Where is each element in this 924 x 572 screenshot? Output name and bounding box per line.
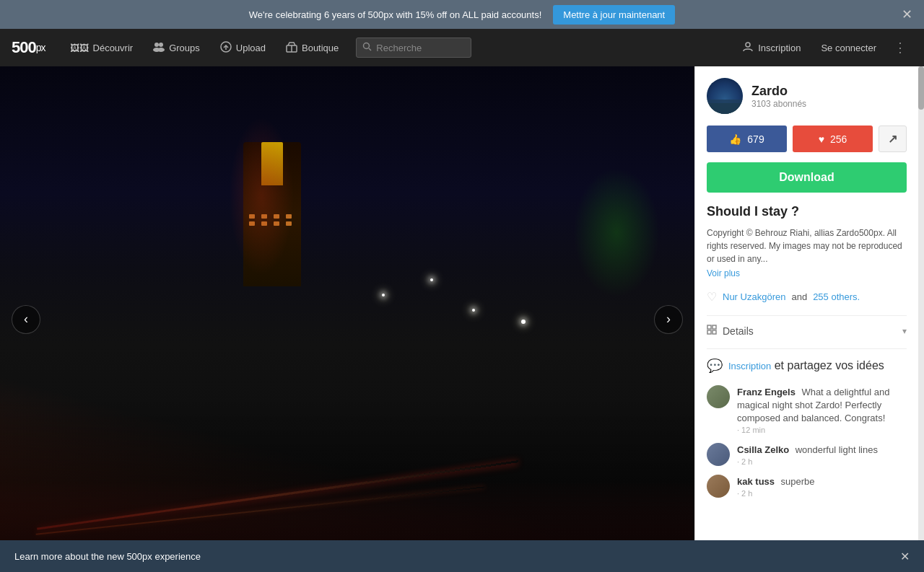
comment-content-2: kak tuss superbe · 2 h bbox=[737, 475, 907, 498]
nav-item-boutique[interactable]: Boutique bbox=[276, 29, 349, 66]
nav-boutique-label: Boutique bbox=[302, 43, 339, 53]
author-name[interactable]: Zardo bbox=[751, 84, 806, 99]
scrollbar[interactable] bbox=[918, 66, 924, 572]
comment-author-1[interactable]: Csilla Zelko bbox=[737, 444, 789, 455]
star-2 bbox=[430, 278, 433, 281]
heart-icon: ♥ bbox=[819, 133, 824, 145]
followers-count: 3103 abonnés bbox=[751, 99, 806, 109]
more-options-icon[interactable]: ⋮ bbox=[888, 40, 912, 56]
comment-inscription-link[interactable]: Inscription bbox=[728, 361, 771, 371]
likes-heart-icon: ♡ bbox=[707, 290, 717, 304]
commenter-avatar-0[interactable] bbox=[707, 385, 730, 408]
nav-item-upload[interactable]: Upload bbox=[210, 29, 276, 66]
others-likes-link[interactable]: 255 others. bbox=[813, 291, 860, 302]
like-button[interactable]: 👍 679 bbox=[707, 126, 787, 152]
prev-photo-button[interactable]: ‹ bbox=[12, 305, 40, 334]
star-3 bbox=[472, 309, 475, 312]
star-1 bbox=[382, 294, 385, 296]
star-4 bbox=[521, 320, 526, 324]
commenter-avatar-1[interactable] bbox=[707, 443, 730, 466]
search-input[interactable] bbox=[376, 43, 465, 53]
share-icon: ↗ bbox=[888, 132, 897, 146]
nav-right: Inscription Se connecter ⋮ bbox=[733, 29, 912, 66]
author-avatar[interactable] bbox=[707, 78, 743, 114]
banner-close-icon[interactable]: ✕ bbox=[902, 6, 912, 22]
next-icon: › bbox=[666, 312, 671, 327]
svg-rect-14 bbox=[712, 330, 716, 334]
comment-item: Csilla Zelko wonderful light lines · 2 h bbox=[707, 443, 907, 466]
details-label-group: Details bbox=[707, 325, 754, 337]
sidebar-inner: Zardo 3103 abonnés 👍 679 ♥ 256 ↗ bbox=[695, 66, 918, 509]
comment-input-area: 💬 Inscription et partagez vos idées bbox=[707, 348, 907, 374]
details-header[interactable]: Details ▾ bbox=[707, 325, 907, 337]
building-glow bbox=[229, 117, 294, 276]
first-liker[interactable]: Nur Uzakgören bbox=[723, 291, 785, 302]
bottom-bar: Learn more about the new 500px experienc… bbox=[0, 540, 924, 572]
profile-info: Zardo 3103 abonnés bbox=[751, 84, 806, 109]
heart-button[interactable]: ♥ 256 bbox=[793, 126, 873, 152]
inscription-button[interactable]: Inscription bbox=[733, 29, 809, 66]
user-icon bbox=[742, 41, 754, 55]
top-banner: We're celebrating 6 years of 500px with … bbox=[0, 0, 924, 29]
logo[interactable]: 500px bbox=[12, 38, 45, 57]
copyright-text: Copyright © Behrouz Riahi, allias Zardo5… bbox=[707, 226, 907, 265]
likes-and-text: and bbox=[791, 291, 807, 302]
nav-groups-label: Groups bbox=[169, 43, 200, 53]
search-icon bbox=[362, 41, 372, 54]
comment-author-0[interactable]: Franz Engels bbox=[737, 387, 796, 397]
prev-icon: ‹ bbox=[24, 312, 28, 327]
details-text: Details bbox=[723, 325, 754, 337]
banner-message: We're celebrating 6 years of 500px with … bbox=[249, 9, 542, 20]
discover-icon: 🖼 bbox=[70, 43, 89, 53]
svg-rect-11 bbox=[707, 325, 711, 329]
inscription-label: Inscription bbox=[758, 43, 801, 53]
next-photo-button[interactable]: › bbox=[654, 305, 683, 334]
comment-time-2: · 2 h bbox=[737, 489, 907, 498]
photo-title: Should I stay ? bbox=[707, 204, 907, 219]
heart-count: 256 bbox=[830, 133, 847, 145]
comment-share-label: et partagez vos idées bbox=[775, 359, 884, 371]
logo-text: 500 bbox=[12, 38, 36, 57]
nav-item-groups[interactable]: Groups bbox=[143, 29, 210, 66]
download-button[interactable]: Download bbox=[707, 162, 907, 193]
share-button[interactable]: ↗ bbox=[879, 126, 907, 152]
sidebar: Zardo 3103 abonnés 👍 679 ♥ 256 ↗ bbox=[694, 66, 918, 572]
svg-rect-13 bbox=[707, 330, 711, 334]
voir-plus-link[interactable]: Voir plus bbox=[707, 268, 907, 278]
svg-point-3 bbox=[157, 48, 165, 52]
photo-image bbox=[0, 66, 694, 572]
profile-section: Zardo 3103 abonnés bbox=[707, 78, 907, 114]
svg-rect-12 bbox=[712, 325, 716, 329]
nav-item-discover[interactable]: 🖼 Découvrir bbox=[60, 29, 144, 66]
commenter-avatar-2[interactable] bbox=[707, 475, 730, 498]
comment-time-0: · 12 min bbox=[737, 426, 907, 434]
like-count: 679 bbox=[747, 133, 764, 145]
search-box[interactable] bbox=[356, 38, 471, 58]
nav-upload-label: Upload bbox=[236, 43, 266, 53]
comment-content-0: Franz Engels What a delightful and magic… bbox=[737, 385, 907, 434]
connect-button[interactable]: Se connecter bbox=[812, 29, 885, 66]
connect-label: Se connecter bbox=[821, 43, 876, 53]
comment-bubble-icon: 💬 bbox=[707, 358, 723, 374]
banner-cta-button[interactable]: Mettre à jour maintenant bbox=[553, 5, 675, 25]
details-section: Details ▾ bbox=[707, 315, 907, 337]
bottom-bar-close-icon[interactable]: ✕ bbox=[900, 550, 910, 563]
svg-line-9 bbox=[369, 48, 371, 50]
groups-icon bbox=[153, 42, 165, 54]
comment-item: Franz Engels What a delightful and magic… bbox=[707, 385, 907, 434]
tree-glow bbox=[573, 167, 660, 297]
logo-px: px bbox=[36, 42, 45, 53]
photo-area: ‹ › bbox=[0, 66, 694, 572]
comment-author-2[interactable]: kak tuss bbox=[737, 476, 775, 487]
details-chevron-icon: ▾ bbox=[902, 326, 907, 336]
svg-point-8 bbox=[364, 43, 370, 49]
action-buttons: 👍 679 ♥ 256 ↗ bbox=[707, 126, 907, 152]
comment-time-1: · 2 h bbox=[737, 457, 907, 466]
nav-discover-label: Découvrir bbox=[93, 43, 134, 53]
details-grid-icon bbox=[707, 325, 717, 337]
navbar: 500px 🖼 Découvrir Groups Upload Boutique bbox=[0, 29, 924, 66]
comment-content-1: Csilla Zelko wonderful light lines · 2 h bbox=[737, 443, 907, 466]
boutique-icon bbox=[286, 41, 297, 55]
scroll-thumb[interactable] bbox=[918, 66, 924, 110]
svg-point-10 bbox=[746, 43, 750, 47]
